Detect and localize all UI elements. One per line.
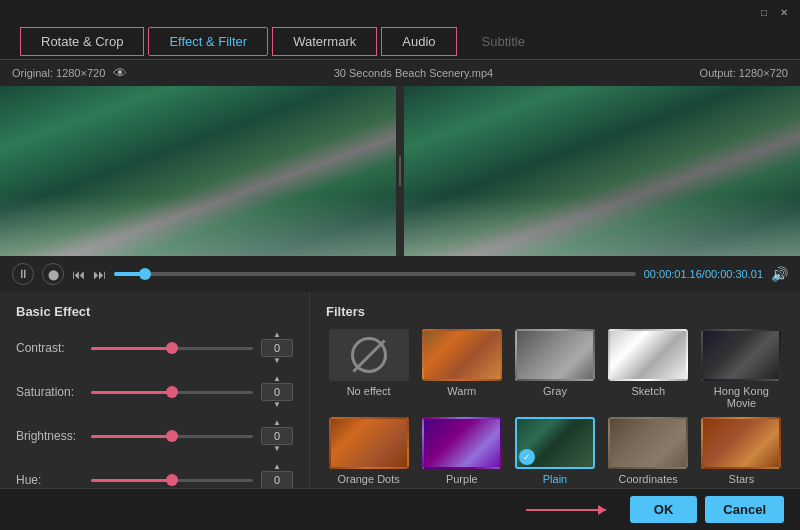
no-effect-icon xyxy=(351,337,387,373)
time-display: 00:00:01.16/00:00:30.01 xyxy=(644,268,763,280)
contrast-down[interactable]: ▼ xyxy=(273,357,281,365)
filters-title: Filters xyxy=(326,304,784,319)
preview-divider xyxy=(396,86,404,256)
hue-input[interactable] xyxy=(261,471,293,489)
next-frame-button[interactable]: ⏭ xyxy=(93,267,106,282)
volume-icon[interactable]: 🔊 xyxy=(771,266,788,282)
tab-watermark[interactable]: Watermark xyxy=(272,27,377,56)
contrast-row: Contrast: ▲ ▼ xyxy=(16,331,293,365)
basic-effect-title: Basic Effect xyxy=(16,304,293,319)
filter-coordinates[interactable]: Coordinates xyxy=(606,417,691,485)
ok-button[interactable]: OK xyxy=(630,496,698,523)
saturation-input[interactable] xyxy=(261,383,293,401)
title-bar: □ ✕ xyxy=(0,0,800,24)
filter-warm[interactable]: Warm xyxy=(419,329,504,409)
filter-orange-dots[interactable]: Orange Dots xyxy=(326,417,411,485)
filename: 30 Seconds Beach Scenery.mp4 xyxy=(334,67,493,79)
tabs-bar: Rotate & Crop Effect & Filter Watermark … xyxy=(0,24,800,60)
saturation-down[interactable]: ▼ xyxy=(273,401,281,409)
filter-label-plain: Plain xyxy=(543,473,567,485)
filter-label-gray: Gray xyxy=(543,385,567,397)
saturation-slider[interactable] xyxy=(91,384,253,400)
contrast-up[interactable]: ▲ xyxy=(273,331,281,339)
contrast-slider[interactable] xyxy=(91,340,253,356)
brightness-input[interactable] xyxy=(261,427,293,445)
filters-grid: No effect Warm Gray Sketch Hong Kong Mov… xyxy=(326,329,784,485)
preview-area xyxy=(0,86,800,256)
filter-label-coordinates: Coordinates xyxy=(619,473,678,485)
filter-plain[interactable]: ✓ Plain xyxy=(512,417,597,485)
progress-thumb[interactable] xyxy=(139,268,151,280)
progress-bar[interactable] xyxy=(114,272,636,276)
hue-up[interactable]: ▲ xyxy=(273,463,281,471)
filter-thumb-sketch xyxy=(608,329,688,381)
filter-sketch[interactable]: Sketch xyxy=(606,329,691,409)
filter-thumb-stars xyxy=(701,417,781,469)
filter-thumb-plain: ✓ xyxy=(515,417,595,469)
pause-button[interactable]: ⏸ xyxy=(12,263,34,285)
arrow-indicator xyxy=(16,509,622,511)
filter-label-orange-dots: Orange Dots xyxy=(337,473,399,485)
saturation-value-wrap: ▲ ▼ xyxy=(261,375,293,409)
cancel-button[interactable]: Cancel xyxy=(705,496,784,523)
filter-thumb-purple xyxy=(422,417,502,469)
tab-audio[interactable]: Audio xyxy=(381,27,456,56)
hue-label: Hue: xyxy=(16,473,91,487)
filter-thumb-coordinates xyxy=(608,417,688,469)
filter-thumb-gray xyxy=(515,329,595,381)
playback-bar: ⏸ ⬤ ⏮ ⏭ 00:00:01.16/00:00:30.01 🔊 xyxy=(0,256,800,292)
eye-icon[interactable]: 👁 xyxy=(113,65,127,81)
brightness-value-wrap: ▲ ▼ xyxy=(261,419,293,453)
filter-label-stars: Stars xyxy=(729,473,755,485)
video-info-bar: Original: 1280×720 👁 30 Seconds Beach Sc… xyxy=(0,60,800,86)
brightness-label: Brightness: xyxy=(16,429,91,443)
brightness-up[interactable]: ▲ xyxy=(273,419,281,427)
selected-check-icon: ✓ xyxy=(519,449,535,465)
prev-frame-button[interactable]: ⏮ xyxy=(72,267,85,282)
tab-rotate-crop[interactable]: Rotate & Crop xyxy=(20,27,144,56)
minimize-button[interactable]: □ xyxy=(756,4,772,20)
saturation-row: Saturation: ▲ ▼ xyxy=(16,375,293,409)
filter-label-warm: Warm xyxy=(447,385,476,397)
filter-label-hk: Hong Kong Movie xyxy=(699,385,784,409)
preview-output xyxy=(404,86,800,256)
saturation-up[interactable]: ▲ xyxy=(273,375,281,383)
filter-label-sketch: Sketch xyxy=(631,385,665,397)
footer: OK Cancel xyxy=(0,488,800,530)
tab-subtitle: Subtitle xyxy=(461,27,546,56)
filter-purple[interactable]: Purple xyxy=(419,417,504,485)
filter-no-effect[interactable]: No effect xyxy=(326,329,411,409)
stop-button[interactable]: ⬤ xyxy=(42,263,64,285)
contrast-value-wrap: ▲ ▼ xyxy=(261,331,293,365)
close-button[interactable]: ✕ xyxy=(776,4,792,20)
contrast-input[interactable] xyxy=(261,339,293,357)
filter-label-no-effect: No effect xyxy=(347,385,391,397)
tab-effect-filter[interactable]: Effect & Filter xyxy=(148,27,268,56)
brightness-slider[interactable] xyxy=(91,428,253,444)
filter-thumb-no-effect xyxy=(329,329,409,381)
arrow-line xyxy=(526,509,606,511)
hue-slider[interactable] xyxy=(91,472,253,488)
saturation-label: Saturation: xyxy=(16,385,91,399)
filter-thumb-hk xyxy=(701,329,781,381)
filter-thumb-warm xyxy=(422,329,502,381)
filter-thumb-orange-dots xyxy=(329,417,409,469)
contrast-label: Contrast: xyxy=(16,341,91,355)
preview-original xyxy=(0,86,396,256)
filter-hong-kong-movie[interactable]: Hong Kong Movie xyxy=(699,329,784,409)
filter-label-purple: Purple xyxy=(446,473,478,485)
brightness-down[interactable]: ▼ xyxy=(273,445,281,453)
filter-stars[interactable]: Stars xyxy=(699,417,784,485)
brightness-row: Brightness: ▲ ▼ xyxy=(16,419,293,453)
output-resolution: Output: 1280×720 xyxy=(700,67,788,79)
filter-gray[interactable]: Gray xyxy=(512,329,597,409)
original-resolution: Original: 1280×720 xyxy=(12,67,105,79)
